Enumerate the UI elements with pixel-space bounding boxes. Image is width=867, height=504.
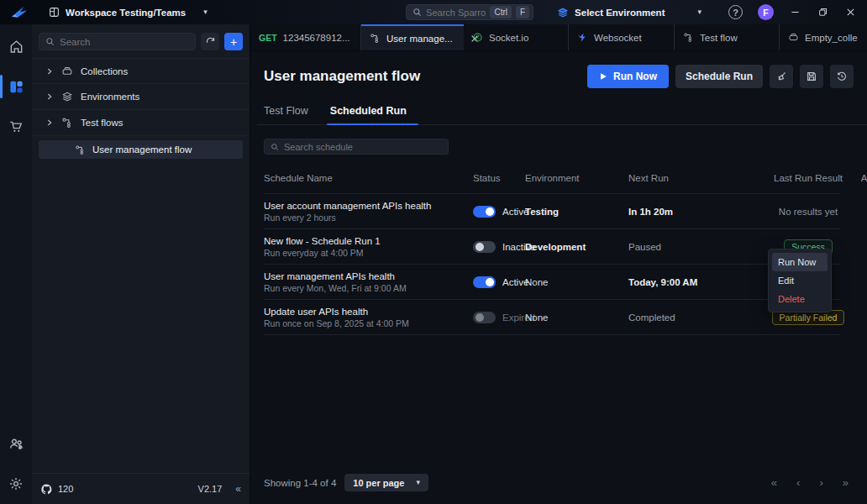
next-run-cell: Completed xyxy=(628,312,759,323)
environment-cell: None xyxy=(525,312,628,323)
context-menu-edit[interactable]: Edit xyxy=(772,271,828,290)
schedule-name: User management APIs health xyxy=(264,271,473,281)
tab-test-flow-view[interactable]: Test Flow xyxy=(264,105,308,124)
environment-selector[interactable]: Select Environment ▾ xyxy=(557,7,701,18)
tab-socketio[interactable]: Socket.io xyxy=(464,24,569,50)
github-icon[interactable] xyxy=(40,483,53,496)
status-toggle[interactable] xyxy=(473,312,496,323)
community-nav-icon[interactable] xyxy=(6,433,26,454)
col-schedule-name: Schedule Name xyxy=(264,173,473,183)
showing-count: Showing 1-4 of 4 xyxy=(264,478,336,488)
shortcut-ctrl-key: Ctrl xyxy=(490,6,512,18)
collapse-sidebar-icon[interactable]: « xyxy=(235,483,241,495)
sidebar-search[interactable] xyxy=(39,33,196,50)
add-button[interactable]: + xyxy=(224,33,243,50)
search-icon xyxy=(412,8,422,17)
github-star-count: 120 xyxy=(58,484,73,494)
table-row[interactable]: Update user APIs health Run once on Sep … xyxy=(264,300,840,335)
tab-label: Websocket xyxy=(594,33,642,43)
run-now-button[interactable]: Run Now xyxy=(587,65,669,88)
schedule-search[interactable] xyxy=(264,139,449,155)
schedule-name: Update user APIs health xyxy=(264,307,473,317)
sidebar-item-user-management-flow[interactable]: User management flow xyxy=(39,140,243,159)
schedule-name: New flow - Schedule Run 1 xyxy=(264,236,473,246)
app-window: Workspace Testing/Teams ▾ Ctrl F Select … xyxy=(0,0,867,504)
chevron-down-icon: ▾ xyxy=(416,479,420,486)
sidebar-footer: 120 V2.17 « xyxy=(32,473,250,504)
tab-user-management-flow[interactable]: User manage... xyxy=(361,24,464,50)
http-method-label: GET xyxy=(259,33,277,43)
sparrow-logo-icon xyxy=(10,5,29,20)
shortcut-f-key: F xyxy=(516,6,529,18)
context-menu-run-now[interactable]: Run Now xyxy=(772,253,828,271)
tab-label: 12345678912... xyxy=(283,33,350,43)
schedule-subtitle: Run once on Sep 8, 2025 at 4:00 PM xyxy=(264,318,473,328)
settings-gear-icon[interactable] xyxy=(6,474,26,494)
tab-empty-collection[interactable]: Empty_colle xyxy=(780,24,866,50)
sidebar-item-test-flows[interactable]: Test flows xyxy=(32,110,250,136)
app-version: V2.17 xyxy=(198,484,223,494)
prev-page-icon[interactable]: ‹ xyxy=(796,476,800,489)
chevron-right-icon xyxy=(45,118,54,127)
schedule-subtitle: Run everyday at 4:00 PM xyxy=(264,248,473,258)
tab-test-flow[interactable]: Test flow xyxy=(675,24,780,50)
home-nav-icon[interactable] xyxy=(6,36,26,56)
collection-icon xyxy=(788,32,799,43)
marketplace-nav-icon[interactable] xyxy=(6,117,26,137)
testflow-icon xyxy=(370,33,381,44)
clear-broom-icon[interactable] xyxy=(770,65,793,88)
tab-label: User manage... xyxy=(386,34,453,44)
table-row[interactable]: User account management APIs health Run … xyxy=(264,194,840,229)
workspace-label: Workspace Testing/Teams xyxy=(66,8,186,18)
sidebar-tree: Collections Environments Test flows User… xyxy=(32,58,250,473)
socketio-icon xyxy=(472,32,483,43)
first-page-icon[interactable]: « xyxy=(771,476,777,489)
table-row[interactable]: User management APIs health Run every Mo… xyxy=(264,265,840,300)
next-page-icon[interactable]: › xyxy=(819,476,822,489)
testflow-icon xyxy=(61,117,73,129)
status-toggle[interactable] xyxy=(473,206,496,218)
schedule-name: User account management APIs health xyxy=(264,201,473,211)
per-page-select[interactable]: 10 per page ▾ xyxy=(344,474,428,491)
last-page-icon[interactable]: » xyxy=(843,476,849,489)
sidebar-search-input[interactable] xyxy=(60,37,189,47)
chevron-down-icon: ▾ xyxy=(203,8,208,16)
context-menu-delete[interactable]: Delete xyxy=(772,290,828,308)
col-environment: Environment xyxy=(525,173,628,183)
tab-label: Test flow xyxy=(700,33,738,43)
sidebar-item-collections[interactable]: Collections xyxy=(32,58,250,84)
sidebar-item-label: Collections xyxy=(81,66,128,76)
restore-button[interactable] xyxy=(818,8,828,17)
col-actions: Actions xyxy=(858,173,867,183)
workspace-switcher[interactable]: Workspace Testing/Teams ▾ xyxy=(49,7,208,18)
tab-websocket[interactable]: Websocket xyxy=(569,24,675,50)
page-title: User management flow xyxy=(264,68,420,85)
workspace-nav-icon[interactable] xyxy=(6,76,26,97)
close-button[interactable] xyxy=(846,8,855,17)
history-icon[interactable] xyxy=(830,65,854,88)
schedule-table: Schedule Name Status Environment Next Ru… xyxy=(264,163,840,335)
save-icon[interactable] xyxy=(800,65,823,88)
status-toggle[interactable] xyxy=(473,241,496,253)
testflow-icon xyxy=(75,144,86,155)
schedule-subtitle: Run every 2 hours xyxy=(264,213,473,223)
tab-scheduled-run-view[interactable]: Scheduled Run xyxy=(330,105,407,124)
play-icon xyxy=(599,72,607,81)
tab-rest-request[interactable]: GET 12345678912... xyxy=(250,24,361,50)
global-search-input[interactable] xyxy=(426,8,486,18)
sidebar-item-environments[interactable]: Environments xyxy=(32,84,250,110)
col-status: Status xyxy=(473,173,525,183)
schedule-subtitle: Run every Mon, Wed, Fri at 9:00 AM xyxy=(264,283,473,293)
schedule-run-button[interactable]: Schedule Run xyxy=(675,65,763,88)
table-row[interactable]: New flow - Schedule Run 1 Run everyday a… xyxy=(264,229,840,265)
global-search[interactable]: Ctrl F xyxy=(406,4,533,20)
chevron-right-icon xyxy=(45,92,54,101)
refresh-button[interactable] xyxy=(201,33,219,50)
help-button[interactable]: ? xyxy=(728,5,743,19)
titlebar: Workspace Testing/Teams ▾ Ctrl F Select … xyxy=(0,0,867,24)
last-run-result: No results yet xyxy=(779,207,838,217)
minimize-button[interactable] xyxy=(791,8,800,17)
status-toggle[interactable] xyxy=(473,276,496,288)
avatar[interactable]: F xyxy=(758,4,774,20)
schedule-search-input[interactable] xyxy=(284,142,442,152)
